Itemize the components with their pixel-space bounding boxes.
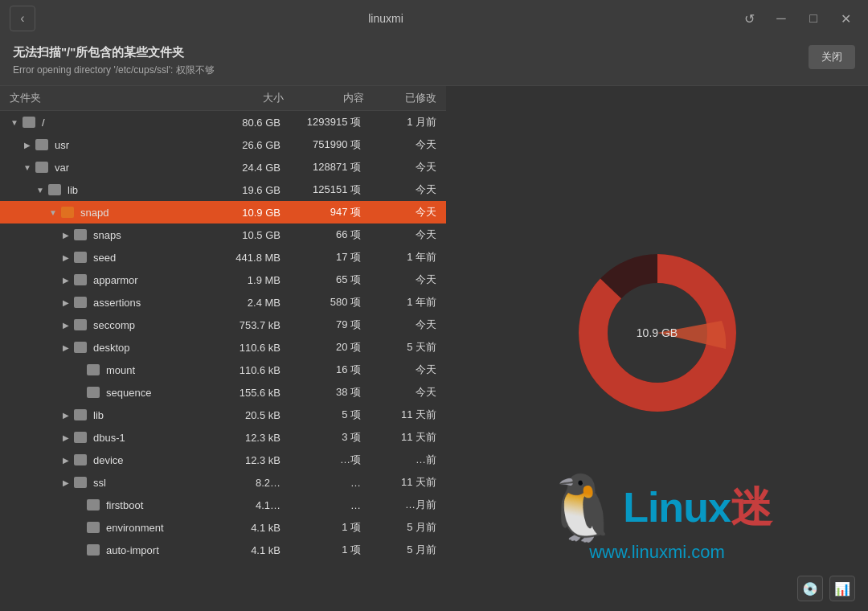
file-modified: …前	[367, 453, 440, 467]
folder-icon	[48, 184, 61, 195]
file-modified: 1 年前	[367, 250, 440, 264]
table-row[interactable]: snaps 10.5 GB 66 项 今天	[0, 223, 446, 246]
expand-icon[interactable]	[61, 253, 71, 262]
file-items: 20 项	[287, 340, 367, 355]
chart-icon-button[interactable]: 📊	[829, 576, 855, 601]
file-size: 4.1 kB	[207, 522, 287, 534]
folder-icon	[87, 364, 100, 375]
table-row[interactable]: environment 4.1 kB 1 项 5 月前	[0, 516, 446, 539]
file-name-cell: auto-import	[6, 544, 207, 556]
file-items: 947 项	[287, 205, 367, 219]
file-items: 5 项	[287, 408, 367, 422]
reload-button[interactable]: ↺	[736, 6, 762, 31]
back-button[interactable]: ‹	[10, 6, 35, 31]
file-name: usr	[55, 139, 69, 151]
table-row[interactable]: var 24.4 GB 128871 项 今天	[0, 156, 446, 178]
donut-chart: 10.9 GB	[569, 244, 746, 421]
file-items: 125151 项	[287, 182, 367, 197]
expand-icon[interactable]	[61, 276, 71, 285]
expand-icon[interactable]	[61, 478, 71, 487]
error-bar: 无法扫描"/"所包含的某些文件夹 Error opening directory…	[0, 37, 868, 86]
expand-icon[interactable]	[61, 298, 71, 307]
folder-icon	[74, 477, 87, 488]
table-row[interactable]: sequence 155.6 kB 38 项 今天	[0, 381, 446, 404]
maximize-button[interactable]: □	[800, 6, 826, 31]
titlebar: ‹ linuxmi ↺ ─ □ ✕	[0, 0, 868, 37]
file-modified: 今天	[367, 363, 440, 377]
brand-mi: 迷	[731, 484, 772, 531]
file-modified: 今天	[367, 385, 440, 400]
table-row[interactable]: dbus-1 12.3 kB 3 项 11 天前	[0, 426, 446, 449]
file-name-cell: usr	[6, 139, 207, 151]
expand-icon[interactable]	[23, 163, 32, 172]
table-row[interactable]: / 80.6 GB 1293915 项 1 月前	[0, 111, 446, 133]
file-modified: 5 月前	[367, 520, 440, 535]
file-name: var	[55, 162, 69, 174]
table-row[interactable]: snapd 10.9 GB 947 项 今天	[0, 201, 446, 223]
file-name-cell: snaps	[6, 229, 207, 241]
file-name: auto-import	[106, 544, 159, 556]
table-row[interactable]: desktop 110.6 kB 20 项 5 天前	[0, 336, 446, 359]
expand-icon[interactable]	[61, 343, 71, 352]
main-content: 文件夹 大小 内容 已修改 / 80.6 GB 1293915 项 1 月前 u…	[0, 86, 868, 611]
table-row[interactable]: seccomp 753.7 kB 79 项 今天	[0, 314, 446, 336]
table-row[interactable]: auto-import 4.1 kB 1 项 5 月前	[0, 539, 446, 561]
file-size: 753.7 kB	[207, 319, 287, 331]
file-items: 1 项	[287, 543, 367, 557]
file-modified: 今天	[367, 273, 440, 287]
expand-icon[interactable]	[61, 321, 71, 330]
back-icon: ‹	[20, 11, 24, 26]
file-items: 17 项	[287, 250, 367, 264]
file-modified: 11 天前	[367, 475, 440, 490]
col-header-modified: 已修改	[367, 91, 440, 105]
file-size: 110.6 kB	[207, 364, 287, 376]
table-row[interactable]: firstboot 4.1… … …月前	[0, 494, 446, 516]
file-name: firstboot	[106, 499, 143, 511]
expand-icon[interactable]	[61, 433, 71, 442]
file-list[interactable]: / 80.6 GB 1293915 项 1 月前 usr 26.6 GB 751…	[0, 111, 446, 611]
expand-icon[interactable]	[61, 411, 71, 420]
folder-icon	[74, 342, 87, 353]
expand-icon[interactable]	[61, 231, 71, 240]
table-row[interactable]: lib 20.5 kB 5 项 11 天前	[0, 404, 446, 426]
file-name-cell: seccomp	[6, 319, 207, 331]
table-row[interactable]: apparmor 1.9 MB 65 项 今天	[0, 269, 446, 291]
expand-icon[interactable]	[48, 208, 58, 217]
folder-icon	[23, 117, 35, 128]
file-name: apparmor	[93, 274, 138, 286]
file-items: 3 项	[287, 430, 367, 445]
expand-icon[interactable]	[61, 456, 71, 465]
error-close-button[interactable]: 关闭	[809, 45, 855, 69]
file-name-cell: apparmor	[6, 274, 207, 286]
folder-icon	[74, 229, 87, 240]
file-size: 1.9 MB	[207, 274, 287, 286]
file-modified: …月前	[367, 498, 440, 512]
file-items: 38 项	[287, 385, 367, 400]
folder-icon	[87, 544, 100, 556]
minimize-button[interactable]: ─	[768, 6, 794, 31]
disk-icon-button[interactable]: 💿	[797, 576, 823, 601]
file-name-cell: lib	[6, 184, 207, 196]
table-row[interactable]: mount 110.6 kB 16 项 今天	[0, 359, 446, 381]
file-items: …项	[287, 453, 367, 467]
file-name: environment	[106, 522, 164, 534]
file-items: 1 项	[287, 520, 367, 535]
table-row[interactable]: lib 19.6 GB 125151 项 今天	[0, 178, 446, 201]
file-name: sequence	[106, 387, 151, 399]
expand-icon[interactable]	[23, 141, 32, 150]
table-row[interactable]: usr 26.6 GB 751990 项 今天	[0, 133, 446, 156]
expand-icon[interactable]	[35, 186, 45, 195]
expand-icon[interactable]	[10, 118, 19, 127]
file-name: /	[42, 117, 45, 129]
table-row[interactable]: device 12.3 kB …项 …前	[0, 449, 446, 471]
close-window-button[interactable]: ✕	[833, 6, 858, 31]
file-name-cell: dbus-1	[6, 432, 207, 444]
file-items: 65 项	[287, 273, 367, 287]
table-row[interactable]: assertions 2.4 MB 580 项 1 年前	[0, 291, 446, 314]
table-row[interactable]: ssl 8.2… … 11 天前	[0, 471, 446, 494]
file-items: 79 项	[287, 318, 367, 332]
file-modified: 今天	[367, 318, 440, 332]
file-name-cell: var	[6, 162, 207, 174]
table-row[interactable]: seed 441.8 MB 17 项 1 年前	[0, 246, 446, 269]
file-size: 20.5 kB	[207, 409, 287, 421]
